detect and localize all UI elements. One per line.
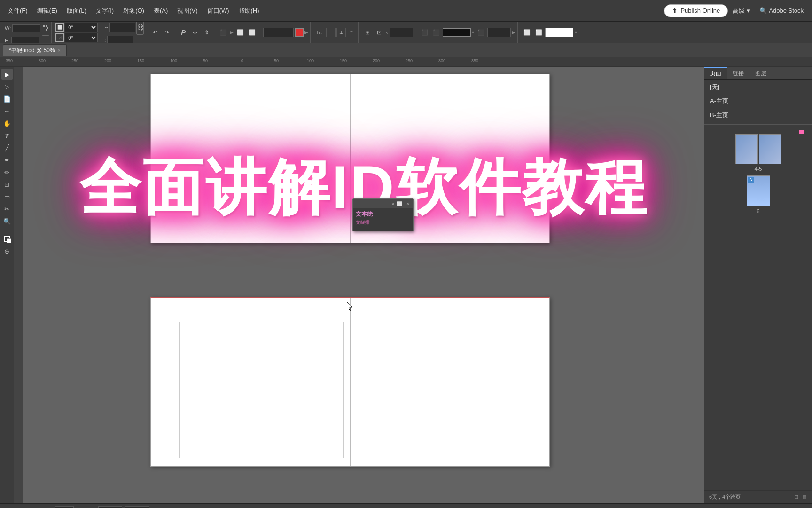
mode-select[interactable]: [基本]	[98, 506, 122, 508]
upload-icon: ⬆	[672, 7, 678, 15]
dialog-close-button[interactable]: ×	[405, 200, 411, 207]
scale-y-input[interactable]	[107, 36, 133, 44]
frame-fitting-button[interactable]: ⊞	[362, 27, 373, 38]
master-none[interactable]: [无]	[704, 80, 812, 94]
skew-select[interactable]: 0°	[65, 33, 98, 42]
gap-tool-button[interactable]: ↔	[1, 105, 13, 117]
status-bar: 33.33% ▾ |◀ ◀ 3 ▶ ▶| [基本] (工作) 无错误 ▾	[0, 503, 812, 508]
align-left2-button[interactable]: ⬜	[533, 27, 544, 38]
align-right-button[interactable]: ⬜	[522, 27, 532, 38]
ruler-mark-250: 250	[71, 58, 78, 63]
page-number-input[interactable]: 3	[55, 506, 74, 508]
pen-tool-button[interactable]: ✒	[1, 154, 13, 166]
select-tool-button[interactable]: ▶	[1, 69, 13, 80]
prev-page-button[interactable]: ◀	[45, 507, 53, 508]
alignment-buttons: ⊤ ⊥ ≡	[326, 28, 356, 37]
scale-x-input[interactable]	[109, 23, 135, 32]
menu-file[interactable]: 文件(F)	[4, 5, 31, 17]
zoom-dropdown-button[interactable]: ▾	[24, 507, 32, 508]
view-mode-button[interactable]: ⊕	[1, 246, 13, 257]
menu-help[interactable]: 帮助(H)	[235, 5, 263, 17]
adobe-stock-button[interactable]: 🔍 Adobe Stock	[755, 5, 808, 16]
scissors-tool-button[interactable]: ✂	[1, 203, 13, 214]
menu-view[interactable]: 视图(V)	[173, 5, 201, 17]
rotation-select[interactable]: 0° 90° 180° 270°	[65, 23, 98, 32]
page-6-thumb[interactable]: A	[747, 175, 770, 206]
last-page-button[interactable]: ▶|	[86, 507, 94, 508]
pencil-tool-button[interactable]: ✏	[1, 167, 13, 178]
ruler-mark-200: 200	[104, 58, 111, 63]
horizontal-ruler: 350 300 250 200 150 100 50 0 50 100 150 …	[0, 57, 812, 67]
ruler-mark-350r: 350	[471, 58, 478, 63]
content-tool-button[interactable]: ✋	[1, 118, 13, 129]
align-left-button[interactable]: ⬛	[218, 27, 228, 38]
align-h2-button[interactable]: ⬛	[431, 27, 441, 38]
canvas-area[interactable]: 全面讲解ID软件教程 » ⬜ × 文本绕 文绕排	[23, 67, 704, 503]
spacing2-button[interactable]: ⇕	[202, 27, 212, 38]
dialog-expand-button[interactable]: ⬜	[396, 200, 403, 207]
fill-color-tool[interactable]	[1, 233, 13, 245]
menu-text[interactable]: 文字(I)	[92, 5, 117, 17]
stroke-width-input[interactable]: 0.283点	[263, 28, 294, 37]
distribute-h-button[interactable]: ⬜	[235, 27, 245, 38]
type-tool-button2[interactable]: T	[1, 130, 13, 141]
constrain-proportions-button[interactable]: ⛓	[42, 22, 49, 36]
line-tool-button[interactable]: ╱	[1, 142, 13, 153]
spread-45-thumb[interactable]	[735, 134, 781, 164]
menu-window[interactable]: 窗口(W)	[203, 5, 233, 17]
publish-online-button[interactable]: ⬆ Publish Online	[664, 4, 728, 17]
skew-box: ◿	[55, 33, 64, 42]
tab-close-button[interactable]: ×	[58, 48, 61, 53]
zoom-tool-button[interactable]: 🔍	[1, 215, 13, 227]
fx-button[interactable]: fx.	[314, 27, 325, 38]
master-a[interactable]: A-主页	[704, 94, 812, 108]
align-top-button[interactable]: ⊤	[326, 28, 336, 37]
menu-object[interactable]: 对象(O)	[119, 5, 148, 17]
next-page-button[interactable]: ▶	[76, 507, 84, 508]
new-page-icon[interactable]: ⊞	[794, 494, 798, 500]
opacity-input[interactable]: 100%	[487, 28, 511, 37]
tab-layers[interactable]: 图层	[750, 67, 772, 79]
page-4-thumb[interactable]	[735, 134, 758, 164]
stroke-style-button[interactable]: ⬛	[476, 27, 486, 38]
color-picker-swatch[interactable]	[545, 28, 573, 37]
document-tab[interactable]: *书籍.indd @ 50% ×	[3, 44, 67, 56]
page-5-thumb[interactable]	[759, 134, 781, 164]
rect-frame-tool-button[interactable]: ⊡	[1, 179, 13, 190]
text-wrap-dialog[interactable]: » ⬜ × 文本绕 文绕排	[352, 198, 414, 231]
stroke-color-swatch[interactable]	[443, 28, 471, 37]
dialog-body: 文本绕 文绕排	[353, 208, 413, 228]
tab-links[interactable]: 链接	[727, 67, 750, 79]
menu-table[interactable]: 表(A)	[150, 5, 172, 17]
align-bottom-button[interactable]: ⊥	[336, 28, 346, 37]
menu-layout[interactable]: 版面(L)	[63, 5, 90, 17]
view-select[interactable]: (工作)	[125, 506, 149, 508]
align-vcenter-button[interactable]: ≡	[347, 28, 356, 37]
tab-pages[interactable]: 页面	[704, 67, 727, 79]
advanced-button[interactable]: 高级 ▾	[728, 4, 755, 17]
right-panel: 页面 链接 图层 [无] A-主页 B-主页	[704, 67, 812, 503]
page-tool-button[interactable]: 📄	[1, 93, 13, 104]
error-status-dropdown[interactable]: ▾	[180, 507, 188, 508]
master-b[interactable]: B-主页	[704, 108, 812, 122]
type-tool-button[interactable]: P	[178, 27, 188, 38]
redo-button[interactable]: ↷	[162, 27, 172, 38]
undo-button[interactable]: ↶	[150, 27, 160, 38]
align-group: ⬛ ▶ ⬜ ⬜	[216, 22, 259, 43]
fill-color-swatch[interactable]	[295, 28, 304, 37]
transform-group: ⬜ 0° 90° 180° 270° ◿ 0°	[54, 22, 100, 43]
corner-size-input[interactable]: 5毫米	[390, 28, 413, 37]
spacing-button[interactable]: ⇔	[190, 27, 200, 38]
align-h-button[interactable]: ⬛	[419, 27, 429, 38]
rect-tool-button[interactable]: ▭	[1, 191, 13, 202]
delete-page-icon[interactable]: 🗑	[802, 494, 807, 500]
menu-edit[interactable]: 编辑(E)	[33, 5, 61, 17]
spread-divider-bottom	[350, 298, 351, 466]
height-input[interactable]	[11, 37, 39, 44]
width-input[interactable]	[12, 24, 40, 32]
distribute-v-button[interactable]: ⬜	[247, 27, 257, 38]
constrain-scale-button[interactable]: ⛓	[136, 22, 144, 35]
first-page-button[interactable]: |◀	[34, 507, 43, 508]
direct-select-tool-button[interactable]: ▷	[1, 81, 13, 92]
frame-fit2-button[interactable]: ⊡	[374, 27, 384, 38]
